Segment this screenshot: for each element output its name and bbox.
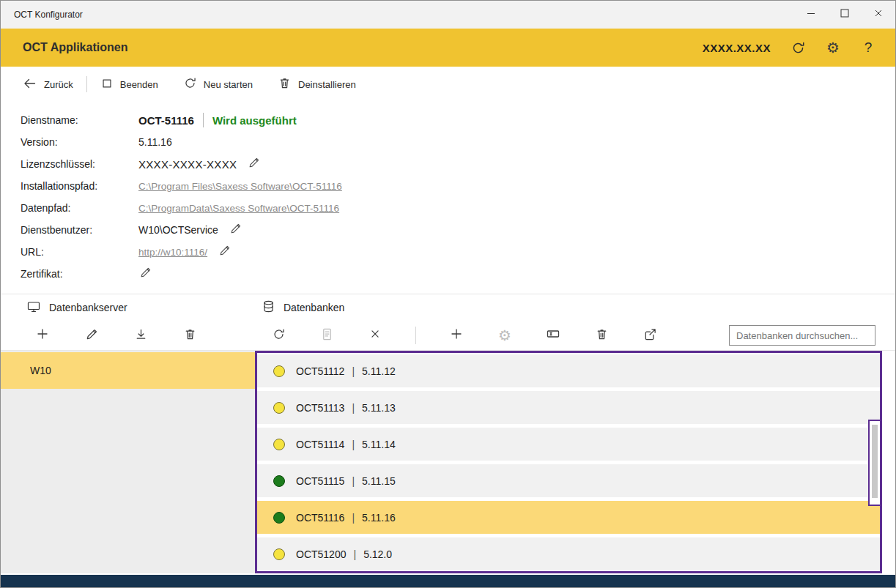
status-bar [1, 575, 895, 587]
back-arrow-icon [23, 76, 37, 93]
refresh-icon[interactable] [790, 40, 806, 56]
maximize-button[interactable] [828, 1, 862, 29]
server-icon [26, 299, 41, 316]
window-title: OCT Konfigurator [14, 10, 83, 20]
back-button[interactable]: Zurück [23, 76, 73, 93]
database-version: 5.11.16 [362, 512, 396, 524]
separator: | [353, 548, 356, 560]
uninstall-button[interactable]: Deinstallieren [278, 76, 356, 92]
database-name: OCT51114 [296, 439, 344, 450]
detail-row-certificate: Zertifikat: [21, 263, 895, 285]
status-dot [273, 475, 285, 487]
server-panel-title: Datenbankserver [49, 302, 127, 313]
separator: | [352, 512, 355, 524]
command-divider [86, 76, 87, 92]
service-name-label: Dienstname: [21, 114, 138, 126]
database-list-item[interactable]: OCT51115 | 5.11.15 [257, 464, 880, 497]
database-list: OCT51112 | 5.11.12 OCT51113 | 5.11.13 OC… [255, 351, 882, 573]
panel-toolbars: ⚙ [1, 320, 895, 351]
database-version: 5.11.15 [362, 475, 396, 487]
help-icon[interactable]: ? [860, 40, 876, 56]
pencil-icon [218, 244, 232, 260]
database-list-item[interactable]: OCT51112 | 5.11.12 [257, 354, 880, 387]
share-database-button[interactable] [642, 327, 658, 343]
scrollbar[interactable] [868, 420, 881, 506]
separator: | [352, 439, 355, 450]
url-label: URL: [21, 246, 138, 258]
refresh-databases-button[interactable] [270, 327, 286, 343]
download-server-button[interactable] [133, 327, 149, 343]
server-list-item[interactable]: W10 [1, 352, 255, 389]
detail-row-service-name: Dienstname: OCT-51116 Wird ausgeführt [21, 109, 895, 131]
settings-gear-icon[interactable]: ⚙ [825, 40, 841, 56]
gear-icon: ⚙ [498, 328, 511, 343]
status-dot [273, 365, 285, 377]
database-name: OCT51115 [296, 475, 344, 487]
back-label: Zurück [44, 79, 73, 90]
database-list-item[interactable]: OCT51200 | 5.12.0 [257, 537, 880, 570]
delete-database-button[interactable] [593, 327, 610, 343]
share-icon [643, 327, 657, 344]
database-icon [262, 299, 275, 316]
database-panel-title: Datenbanken [284, 302, 344, 313]
server-panel-header: Datenbankserver [26, 294, 127, 321]
service-status: Wird ausgeführt [212, 114, 297, 127]
database-list-item[interactable]: OCT51114 | 5.11.14 [257, 428, 880, 461]
edit-service-user-button[interactable] [229, 223, 243, 237]
status-dot [273, 512, 285, 524]
plus-icon [449, 327, 464, 344]
status-dot [273, 439, 285, 450]
refresh-icon [272, 327, 286, 344]
database-list-item-selected[interactable]: OCT51116 | 5.11.16 [257, 501, 880, 534]
stop-service-button[interactable]: Beenden [100, 77, 158, 92]
rename-database-button[interactable] [545, 327, 561, 343]
data-path-link[interactable]: C:\ProgramData\Saxess Software\OCT-51116 [138, 203, 339, 214]
close-button[interactable] [862, 1, 895, 29]
database-panel-header: Datenbanken [262, 294, 344, 321]
license-label: Lizenzschlüssel: [21, 158, 138, 170]
database-version: 5.11.12 [362, 365, 396, 377]
detail-row-version: Version: 5.11.16 [21, 131, 895, 153]
install-path-link[interactable]: C:\Program Files\Saxess Software\OCT-511… [138, 181, 342, 192]
edit-certificate-button[interactable] [138, 267, 153, 281]
pencil-icon [229, 222, 242, 238]
stop-label: Beenden [120, 79, 158, 90]
url-link[interactable]: http://w10:1116/ [138, 247, 207, 258]
install-path-label: Installationspfad: [21, 180, 138, 192]
database-list-item[interactable]: OCT51113 | 5.11.13 [257, 391, 880, 424]
edit-license-button[interactable] [247, 157, 262, 171]
edit-url-button[interactable] [218, 245, 232, 259]
status-dot [273, 402, 285, 414]
header-actions: XXXX.XX.XX ⚙ ? [703, 40, 876, 56]
database-name: OCT51113 [296, 402, 344, 414]
app-window: OCT Konfigurator OCT Applikationen XXXX.… [0, 0, 896, 588]
service-user-label: Dienstbenutzer: [21, 224, 138, 236]
pencil-icon [85, 327, 99, 344]
restart-service-button[interactable]: Neu starten [183, 76, 253, 92]
add-server-button[interactable] [34, 327, 51, 343]
scrollbar-thumb[interactable] [872, 425, 878, 498]
status-divider [203, 113, 204, 127]
detail-row-url: URL: http://w10:1116/ [21, 241, 895, 263]
database-version: 5.12.0 [363, 548, 392, 560]
trash-icon [278, 76, 292, 92]
app-version: XXXX.XX.XX [703, 42, 771, 54]
minimize-button[interactable] [794, 1, 828, 29]
database-name: OCT51116 [296, 512, 344, 524]
stop-square-icon [100, 77, 114, 92]
rename-icon [546, 327, 560, 344]
delete-server-button[interactable] [182, 327, 198, 343]
edit-server-button[interactable] [84, 327, 100, 343]
page-title: OCT Applikationen [23, 41, 127, 54]
x-icon [369, 327, 382, 343]
restart-label: Neu starten [204, 79, 253, 90]
database-search-input[interactable] [729, 325, 875, 346]
app-header: OCT Applikationen XXXX.XX.XX ⚙ ? [1, 29, 895, 67]
cancel-button[interactable] [367, 327, 383, 343]
minimize-icon [805, 7, 817, 22]
restart-icon [183, 76, 197, 92]
version-label: Version: [21, 136, 138, 148]
window-controls [794, 1, 895, 29]
add-database-button[interactable] [448, 327, 464, 343]
trash-icon [183, 327, 197, 344]
